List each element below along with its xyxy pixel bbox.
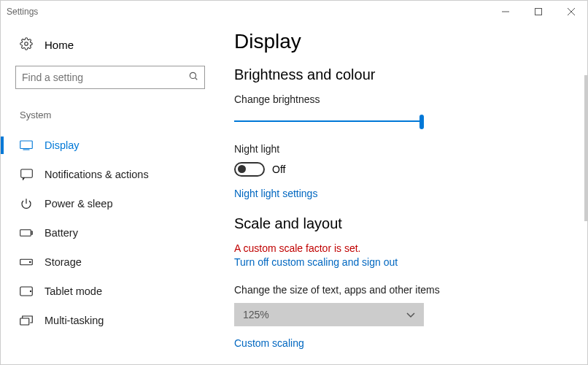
maximize-button[interactable] xyxy=(522,1,554,23)
nav-label: Storage xyxy=(45,256,82,268)
sidebar: Home System Display Notifications & acti… xyxy=(1,23,220,364)
search-box[interactable] xyxy=(15,66,205,89)
sidebar-item-display[interactable]: Display xyxy=(15,131,205,160)
home-label: Home xyxy=(45,39,74,51)
notifications-icon xyxy=(20,169,33,180)
home-button[interactable]: Home xyxy=(15,30,205,66)
svg-rect-12 xyxy=(31,231,32,234)
title-bar: Settings xyxy=(1,1,587,23)
tablet-icon xyxy=(20,286,33,296)
page-title: Display xyxy=(234,30,565,53)
svg-point-16 xyxy=(30,291,31,291)
multitasking-icon xyxy=(20,315,33,326)
sidebar-item-notifications[interactable]: Notifications & actions xyxy=(15,160,205,189)
gear-icon xyxy=(20,37,33,53)
window-title: Settings xyxy=(7,7,38,17)
text-size-dropdown[interactable]: 125% xyxy=(234,303,424,326)
storage-icon xyxy=(20,258,33,266)
brightness-label: Change brightness xyxy=(234,93,565,105)
sidebar-item-power[interactable]: Power & sleep xyxy=(15,189,205,218)
svg-rect-17 xyxy=(20,318,29,325)
chevron-down-icon xyxy=(406,309,415,320)
svg-point-4 xyxy=(25,42,28,46)
slider-thumb[interactable] xyxy=(419,115,424,129)
slider-track xyxy=(234,120,424,122)
night-light-toggle[interactable] xyxy=(234,162,265,177)
turn-off-scaling-link[interactable]: Turn off custom scaling and sign out xyxy=(234,256,398,268)
night-light-settings-link[interactable]: Night light settings xyxy=(234,188,317,199)
close-button[interactable] xyxy=(554,1,587,23)
svg-rect-1 xyxy=(535,9,541,15)
svg-rect-9 xyxy=(20,169,32,177)
custom-scale-warning: A custom scale factor is set. xyxy=(234,242,565,254)
search-input[interactable] xyxy=(22,72,188,83)
dropdown-value: 125% xyxy=(243,309,269,320)
display-icon xyxy=(20,140,33,150)
toggle-knob xyxy=(238,165,246,173)
nav-label: Display xyxy=(45,139,80,151)
brightness-slider[interactable] xyxy=(234,112,424,130)
svg-point-14 xyxy=(30,261,31,263)
svg-point-5 xyxy=(190,72,196,78)
text-size-label: Change the size of text, apps and other … xyxy=(234,284,565,296)
nav-label: Battery xyxy=(45,227,78,239)
section-brightness-heading: Brightness and colour xyxy=(234,66,565,83)
night-light-label: Night light xyxy=(234,143,565,155)
sidebar-item-storage[interactable]: Storage xyxy=(15,247,205,277)
section-scale-heading: Scale and layout xyxy=(234,215,565,232)
sidebar-item-battery[interactable]: Battery xyxy=(15,218,205,247)
nav-label: Multi-tasking xyxy=(45,315,104,326)
search-icon xyxy=(188,71,198,84)
sidebar-group-label: System xyxy=(15,110,205,120)
sidebar-item-tablet[interactable]: Tablet mode xyxy=(15,277,205,306)
svg-rect-11 xyxy=(20,230,31,236)
sidebar-item-multitasking[interactable]: Multi-tasking xyxy=(15,306,205,335)
main-panel: Display Brightness and colour Change bri… xyxy=(220,23,587,364)
minimize-button[interactable] xyxy=(489,1,522,23)
battery-icon xyxy=(20,228,33,237)
nav-label: Power & sleep xyxy=(45,198,113,210)
night-light-state: Off xyxy=(272,164,285,175)
nav-label: Tablet mode xyxy=(45,285,102,297)
custom-scaling-link[interactable]: Custom scaling xyxy=(234,337,304,349)
power-icon xyxy=(20,198,33,210)
svg-line-6 xyxy=(195,77,197,80)
svg-rect-7 xyxy=(20,141,33,149)
nav-label: Notifications & actions xyxy=(45,169,149,180)
scrollbar[interactable] xyxy=(584,75,587,221)
